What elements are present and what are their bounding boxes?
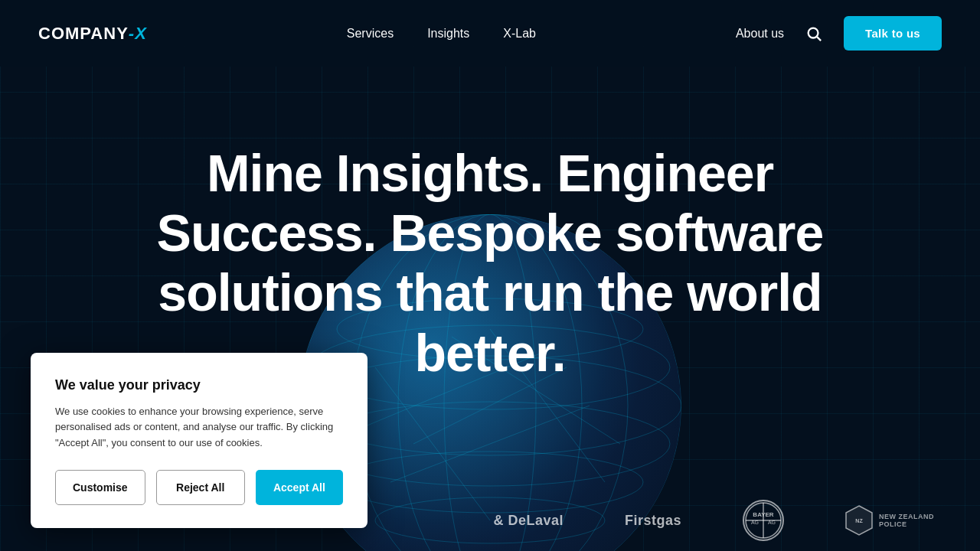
hero-title: Mine Insights. Engineer Success. Bespoke…	[107, 143, 873, 383]
svg-text:NZ: NZ	[855, 518, 863, 523]
client-logo-bayer: BAYER AG AG	[743, 500, 784, 541]
hero-section: Mine Insights. Engineer Success. Bespoke…	[0, 67, 980, 383]
cookie-title: We value your privacy	[55, 377, 343, 393]
cookie-banner: We value your privacy We use cookies to …	[31, 353, 368, 528]
svg-text:AG: AG	[751, 520, 759, 525]
nav-link-services[interactable]: Services	[333, 19, 407, 48]
svg-point-17	[808, 28, 818, 37]
nav-link-xlab[interactable]: X-Lab	[489, 19, 550, 48]
reject-all-button[interactable]: Reject All	[156, 470, 245, 505]
client-logo-nzpolice: NZ NEW ZEALAND POLICE	[845, 505, 934, 536]
nav-links: Services Insights X-Lab	[333, 19, 550, 48]
navbar: COMPANY-X Services Insights X-Lab About …	[0, 0, 980, 67]
svg-text:BAYER: BAYER	[753, 511, 773, 518]
svg-text:AG: AG	[768, 520, 776, 525]
search-button[interactable]	[799, 19, 828, 48]
search-icon	[805, 25, 822, 42]
cookie-body-text: We use cookies to enhance your browsing …	[55, 404, 343, 452]
svg-line-16	[390, 406, 590, 482]
cookie-buttons: Customise Reject All Accept All	[55, 470, 343, 505]
svg-line-18	[817, 37, 821, 41]
logo[interactable]: COMPANY-X	[38, 24, 147, 44]
nav-link-insights[interactable]: Insights	[413, 19, 483, 48]
cta-button[interactable]: Talk to us	[844, 16, 942, 51]
customise-button[interactable]: Customise	[55, 470, 145, 505]
logo-text: COMPANY-X	[38, 24, 147, 44]
client-logo-firstgas: Firstgas	[625, 513, 681, 529]
client-logo-delaval: & DeLaval	[493, 513, 564, 529]
nav-right: About us Talk to us	[736, 16, 942, 51]
accept-all-button[interactable]: Accept All	[256, 470, 343, 505]
nav-link-about[interactable]: About us	[736, 27, 784, 41]
